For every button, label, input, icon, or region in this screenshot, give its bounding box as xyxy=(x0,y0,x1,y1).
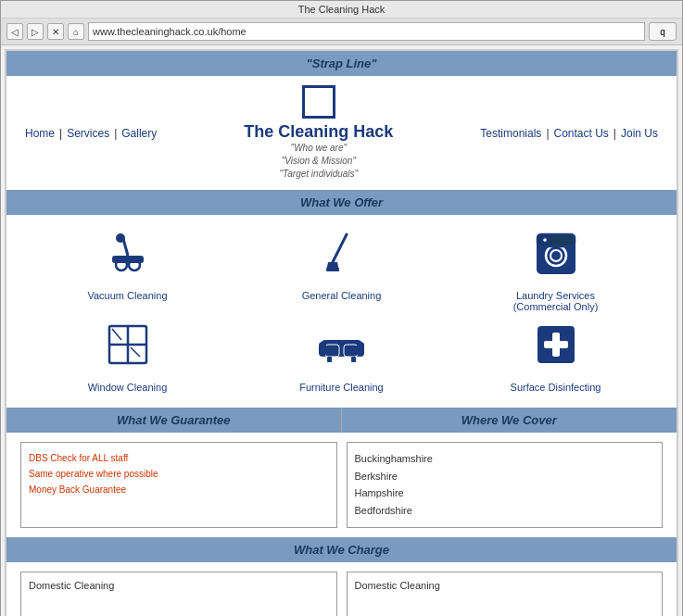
offer-vacuum: Vacuum Cleaning xyxy=(25,230,230,312)
forward-button[interactable]: ▷ xyxy=(27,23,44,40)
svg-line-5 xyxy=(333,234,347,262)
browser-titlebar: The Cleaning Hack xyxy=(1,1,682,19)
home-button[interactable]: ⌂ xyxy=(68,23,84,40)
guarantee-cover-content: DBS Check for ALL staff Same operative w… xyxy=(6,433,677,537)
offer-window: Window Cleaning xyxy=(25,321,230,393)
page-title: The Cleaning Hack xyxy=(298,4,386,15)
address-bar[interactable] xyxy=(88,22,645,41)
svg-rect-24 xyxy=(327,357,332,362)
svg-rect-23 xyxy=(357,342,364,357)
svg-rect-21 xyxy=(344,345,358,357)
nav-contact-us[interactable]: Contact Us xyxy=(554,127,609,140)
charge-col1: Domestic Cleaning xyxy=(29,580,329,591)
nav-gallery[interactable]: Gallery xyxy=(121,127,157,140)
logo-title: The Cleaning Hack xyxy=(157,122,480,142)
page-content: "Strap Line" Home | Services | Gallery T… xyxy=(5,49,678,616)
nav-testimonials[interactable]: Testimonials xyxy=(480,127,541,140)
cover-area-1: Buckinghamshire xyxy=(355,450,655,468)
logo-box xyxy=(302,85,335,119)
charge-box-1: Domestic Cleaning xyxy=(20,572,337,616)
surface-label: Surface Disinfecting xyxy=(511,382,601,393)
furniture-label: Furniture Cleaning xyxy=(299,382,384,393)
logo-area: The Cleaning Hack "Who we are" "Vision &… xyxy=(157,85,480,181)
offer-general: General Cleaning xyxy=(239,230,444,312)
svg-point-4 xyxy=(116,233,125,243)
broom-icon xyxy=(319,230,365,284)
svg-rect-28 xyxy=(544,341,568,348)
what-we-offer-header: What We Offer xyxy=(6,190,677,215)
strap-line-text: "Strap Line" xyxy=(307,57,377,70)
svg-point-13 xyxy=(542,237,548,243)
logo-subtitle: "Who we are" "Vision & Mission" "Target … xyxy=(157,142,480,181)
charge-box-2: Domestic Cleaning xyxy=(347,572,664,616)
vacuum-label: Vacuum Cleaning xyxy=(87,290,167,301)
cover-box: Buckinghamshire Berkshire Hampshire Bedf… xyxy=(347,442,664,528)
guarantee-item-1: DBS Check for ALL staff xyxy=(29,450,329,466)
nav-services[interactable]: Services xyxy=(67,127,109,140)
offer-surface: Surface Disinfecting xyxy=(453,321,658,393)
offer-furniture: Furniture Cleaning xyxy=(239,321,444,393)
svg-line-18 xyxy=(131,347,140,357)
laundry-icon xyxy=(533,230,579,284)
laundry-label: Laundry Services (Commercial Only) xyxy=(513,290,599,312)
nav-home[interactable]: Home xyxy=(25,127,55,140)
guarantee-box: DBS Check for ALL staff Same operative w… xyxy=(20,442,337,528)
nav-join-us[interactable]: Join Us xyxy=(621,127,658,140)
charge-col2: Domestic Cleaning xyxy=(355,580,655,591)
svg-rect-25 xyxy=(351,357,356,362)
go-button[interactable]: q xyxy=(649,22,677,41)
nav-right: Testimonials | Contact Us | Join Us xyxy=(480,127,658,140)
guarantee-cover-headers: What We Guarantee Where We Cover xyxy=(6,408,677,433)
browser-toolbar: ◁ ▷ ✕ ⌂ q xyxy=(1,19,682,45)
svg-marker-6 xyxy=(326,262,339,271)
guarantee-item-3: Money Back Guarantee xyxy=(29,482,329,497)
charge-content: Domestic Cleaning Domestic Cleaning xyxy=(6,562,677,616)
nav-left: Home | Services | Gallery xyxy=(25,127,157,140)
cover-header: Where We Cover xyxy=(342,408,677,433)
offer-laundry: Laundry Services (Commercial Only) xyxy=(453,230,658,312)
svg-line-3 xyxy=(123,239,128,256)
general-label: General Cleaning xyxy=(302,290,382,301)
stop-button[interactable]: ✕ xyxy=(47,23,64,40)
svg-rect-22 xyxy=(319,342,326,357)
svg-rect-20 xyxy=(325,345,339,357)
vacuum-icon xyxy=(105,230,151,284)
back-button[interactable]: ◁ xyxy=(6,23,23,40)
cover-area-4: Bedfordshire xyxy=(355,502,655,520)
cross-icon xyxy=(533,321,579,376)
window-icon xyxy=(105,321,151,376)
guarantee-header: What We Guarantee xyxy=(6,408,342,433)
svg-rect-2 xyxy=(112,256,144,263)
cover-area-2: Berkshire xyxy=(355,468,655,485)
guarantee-item-2: Same operative where possible xyxy=(29,466,329,482)
nav-area: Home | Services | Gallery The Cleaning H… xyxy=(6,76,677,190)
svg-line-17 xyxy=(112,329,121,340)
strap-line-banner: "Strap Line" xyxy=(6,51,677,76)
cover-area-3: Hampshire xyxy=(355,484,655,502)
offer-grid: Vacuum Cleaning General Cleaning xyxy=(6,215,677,408)
window-label: Window Cleaning xyxy=(88,382,168,393)
charge-header: What We Charge xyxy=(6,537,677,562)
sofa-icon xyxy=(316,321,367,376)
